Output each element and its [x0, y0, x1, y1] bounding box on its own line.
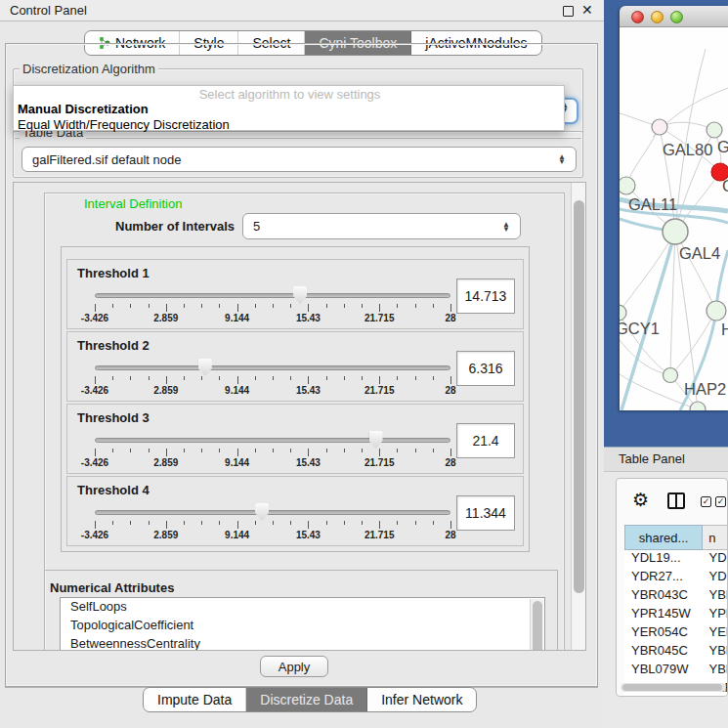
threshold-value-field[interactable]: 11.344 — [456, 495, 515, 531]
cell-name[interactable]: YDL1 — [703, 550, 728, 569]
attribute-list-item[interactable]: TopologicalCoefficient — [61, 617, 544, 635]
slider-tick — [415, 304, 416, 308]
slider-tick — [201, 521, 202, 525]
slider-tick — [273, 304, 274, 308]
table-row[interactable]: YBR043CYBR0 — [624, 587, 728, 606]
zoom-traffic-light-icon[interactable] — [670, 11, 683, 23]
column-header-shared[interactable]: shared... — [624, 525, 703, 550]
slider-tick-label: 28 — [445, 457, 455, 468]
cell-shared-name[interactable]: YBR045C — [624, 643, 703, 662]
tab-infer-network[interactable]: Infer Network — [367, 688, 476, 711]
attributes-list-scrollbar[interactable] — [530, 599, 543, 651]
slider-thumb[interactable] — [293, 286, 307, 304]
number-of-intervals-select[interactable]: 5 ▲▼ — [242, 213, 521, 239]
attribute-list-item[interactable]: BetweennessCentrality — [61, 635, 544, 651]
cell-name[interactable]: YER0 — [703, 624, 728, 643]
slider-tick — [450, 449, 451, 456]
cell-name[interactable]: YBR0 — [703, 587, 728, 606]
slider-tick — [130, 376, 131, 380]
float-window-icon[interactable] — [563, 6, 574, 17]
slider-track[interactable] — [95, 293, 450, 298]
split-view-icon[interactable] — [667, 492, 685, 509]
cell-name[interactable]: YBL0 — [703, 662, 728, 680]
numerical-attributes-list[interactable]: SelfLoopsTopologicalCoefficientBetweenne… — [60, 597, 545, 651]
slider-tick — [219, 449, 220, 452]
table-data-select[interactable]: galFiltered.sif default node ▲▼ — [21, 147, 577, 172]
minimize-traffic-light-icon[interactable] — [651, 11, 664, 23]
node — [707, 122, 722, 138]
node-label: GAL80 — [663, 141, 712, 158]
dropdown-prompt-item[interactable]: Select algorithm to view settings — [14, 87, 566, 102]
slider-tick — [344, 521, 345, 525]
node-label: HAP2 — [684, 380, 726, 398]
slider-tick — [450, 304, 451, 312]
threshold-value-field[interactable]: 6.316 — [456, 351, 515, 386]
slider-tick — [201, 449, 202, 452]
threshold-value-field[interactable]: 21.4 — [456, 423, 515, 458]
slider-tick — [255, 521, 256, 525]
table-row[interactable]: YBR045CYBR0 — [624, 643, 728, 662]
discretization-algorithm-group-title: Discretization Algorithm — [20, 62, 158, 76]
slider-tick — [112, 521, 113, 525]
slider-tick-label: 28 — [445, 530, 455, 540]
scrollbar-thumb[interactable] — [533, 601, 542, 651]
cell-name[interactable]: YPR1 — [703, 606, 728, 624]
table-row[interactable]: YER054CYER0 — [624, 624, 728, 643]
slider-thumb[interactable] — [255, 503, 269, 521]
column-header-name[interactable]: n — [703, 525, 728, 550]
network-canvas[interactable]: GAL80 G C GAL11 GAL4 GCY1 H HAP2 — [620, 27, 728, 410]
dropdown-option[interactable]: Manual Discretization — [18, 102, 562, 117]
settings-scroll-area: Interval Definition Number of Intervals … — [13, 182, 586, 651]
slider-tick — [326, 304, 327, 308]
number-of-intervals-value: 5 — [253, 219, 260, 234]
cell-shared-name[interactable]: YBL079W — [624, 662, 703, 680]
threshold-value-field[interactable]: 14.713 — [456, 278, 515, 314]
close-icon[interactable]: ✕ — [581, 2, 593, 18]
slider-thumb[interactable] — [198, 359, 212, 376]
threshold-panel: Threshold 3-3.4262.8599.14415.4321.71528… — [66, 404, 524, 474]
table-horizontal-scrollbar[interactable] — [621, 683, 726, 692]
slider-tick-label: 2.859 — [153, 530, 178, 540]
interval-definition-title: Interval Definition — [81, 196, 185, 211]
cell-shared-name[interactable]: YDL19... — [624, 550, 703, 569]
cell-name[interactable]: YBR0 — [703, 643, 728, 662]
slider-tick — [237, 449, 238, 456]
slider-tick — [149, 449, 150, 452]
slider-tick-label: 21.715 — [364, 530, 395, 540]
slider-tick-label: 28 — [445, 313, 455, 323]
checkbox-icon[interactable]: ✓ — [715, 496, 726, 507]
cell-shared-name[interactable]: YDR27... — [624, 569, 703, 587]
slider-track[interactable] — [95, 438, 450, 443]
tab-discretize-data[interactable]: Discretize Data — [246, 688, 367, 711]
slider-tick — [450, 376, 451, 384]
table-row[interactable]: YDL19...YDL1 — [624, 550, 728, 569]
settings-vertical-scrollbar[interactable] — [571, 183, 585, 650]
attribute-list-item[interactable]: SelfLoops — [61, 598, 544, 617]
slider-track[interactable] — [95, 365, 450, 370]
table-row[interactable]: YPR145WYPR1 — [624, 606, 728, 624]
slider-tick — [290, 304, 291, 308]
cell-name[interactable]: YDR2 — [703, 569, 728, 587]
close-traffic-light-icon[interactable] — [631, 11, 644, 23]
slider-tick — [379, 449, 380, 456]
apply-button[interactable]: Apply — [260, 656, 328, 677]
scrollbar-thumb[interactable] — [574, 200, 584, 593]
cell-shared-name[interactable]: YBR043C — [624, 587, 703, 606]
screen: Control Panel ✕ NetworkStyleSelectCyni T… — [0, 0, 728, 728]
slider-tick-label: 21.715 — [364, 457, 395, 468]
checkbox-icon[interactable]: ✓ — [701, 496, 711, 507]
slider-track[interactable] — [95, 510, 450, 515]
table-row[interactable]: YBL079WYBL0 — [624, 662, 728, 680]
network-window-titlebar[interactable] — [620, 6, 728, 27]
gear-icon[interactable]: ⚙ — [632, 489, 649, 511]
tab-label: Infer Network — [381, 692, 462, 707]
scrollbar-thumb[interactable] — [622, 684, 722, 691]
tab-impute-data[interactable]: Impute Data — [144, 688, 246, 711]
slider-tick — [308, 376, 309, 384]
table-row[interactable]: YDR27...YDR2 — [624, 569, 728, 587]
slider-thumb[interactable] — [369, 431, 383, 449]
slider-tick — [95, 449, 96, 456]
cell-shared-name[interactable]: YPR145W — [624, 606, 703, 624]
cell-shared-name[interactable]: YER054C — [624, 624, 703, 643]
dropdown-option[interactable]: Equal Width/Frequency Discretization — [18, 117, 562, 133]
